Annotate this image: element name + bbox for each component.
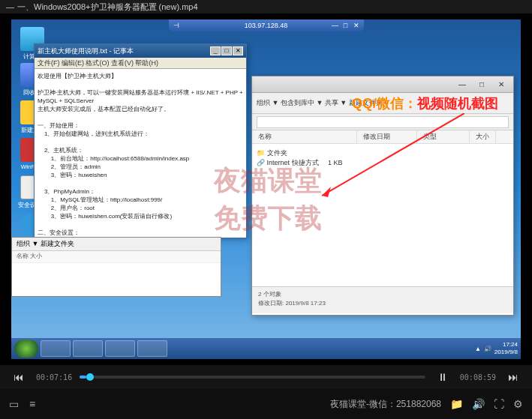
maximize-icon[interactable]: □	[473, 79, 491, 91]
next-button[interactable]: ⏭	[503, 367, 523, 387]
taskbar-item[interactable]	[73, 340, 103, 357]
taskbar-item[interactable]	[41, 340, 71, 357]
small-explorer-columns[interactable]: 名称 大小	[12, 251, 221, 263]
current-time: 00:07:16	[36, 373, 72, 382]
minimize-icon[interactable]: —	[453, 79, 471, 91]
small-explorer-window: 组织 ▼ 新建文件夹 名称 大小	[11, 237, 221, 297]
notepad-window: 新主机大师使用说明.txt - 记事本 _ □ ✕ 文件(F) 编辑(E) 格式…	[34, 43, 247, 238]
taskbar-item[interactable]	[105, 340, 135, 357]
list-item[interactable]: 🔗 Internet 快捷方式 1 KB	[257, 158, 509, 168]
settings-icon[interactable]: ⚙	[513, 398, 523, 410]
explorer-address-bar	[252, 114, 513, 130]
maximize-icon[interactable]: □	[341, 22, 350, 29]
taskbar-clock[interactable]: 17:24 2019/9/8	[494, 341, 518, 356]
annotation-text: QQ/微信：视频随机截图	[352, 94, 498, 112]
player-titlebar: — 一、Windows2008+护卫神服务器配置 (new).mp4	[0, 0, 532, 13]
playlist-icon[interactable]: ≡	[29, 398, 35, 410]
explorer-columns[interactable]: 名称 修改日期 类型 大小	[252, 130, 513, 144]
footer-text: 夜猫课堂-微信：251882068	[330, 398, 441, 411]
close-icon[interactable]: ✕	[492, 79, 510, 91]
rdp-ip: 103.97.128.48	[245, 22, 288, 29]
pause-button[interactable]: ⏸	[433, 367, 452, 387]
open-file-icon[interactable]: 📁	[450, 398, 463, 410]
minimize-icon[interactable]: _	[210, 46, 221, 55]
taskbar-item[interactable]	[137, 340, 167, 357]
rdp-connection-bar[interactable]: ⊣ 103.97.128.48 — □ ✕	[169, 19, 364, 31]
maximize-icon[interactable]: □	[221, 46, 232, 55]
rdp-window-controls: — □ ✕	[331, 22, 361, 29]
minimize-icon[interactable]: —	[331, 22, 340, 29]
explorer-file-list[interactable]: 📁 文件夹 🔗 Internet 快捷方式 1 KB	[252, 144, 513, 286]
close-icon[interactable]: ✕	[233, 46, 243, 55]
small-explorer-toolbar[interactable]: 组织 ▼ 新建文件夹	[12, 238, 221, 251]
total-time: 00:08:59	[460, 373, 496, 382]
explorer-status-bar: 2 个对象 修改日期: 2019/9/8 17:23	[252, 286, 513, 313]
start-button[interactable]	[14, 340, 38, 358]
address-input[interactable]	[257, 116, 509, 128]
video-title: 一、Windows2008+护卫神服务器配置 (new).mp4	[17, 1, 198, 13]
system-tray[interactable]: ▲ 🔊 17:24 2019/9/8	[475, 341, 518, 356]
collapse-icon[interactable]: —	[6, 2, 14, 11]
notepad-title: 新主机大师使用说明.txt - 记事本	[38, 46, 134, 56]
explorer-titlebar[interactable]: — □ ✕	[252, 76, 513, 93]
player-bottom-bar: ▭ ≡ 夜猫课堂-微信：251882068 📁 🔊 ⛶ ⚙	[0, 389, 532, 419]
close-icon[interactable]: ✕	[352, 22, 361, 29]
notepad-content[interactable]: 欢迎使用【护卫神·主机大师】 护卫神·主机大师，可以一键安装网站服务器基本运行环…	[35, 69, 246, 238]
pin-icon[interactable]: ⊣	[173, 22, 181, 29]
volume-icon[interactable]: 🔊	[472, 398, 485, 410]
progress-fill	[80, 376, 86, 379]
progress-bar[interactable]	[80, 376, 425, 379]
window-mode-icon[interactable]: ▭	[9, 398, 19, 410]
video-viewport: ⊣ 103.97.128.48 — □ ✕ 计算机 回收站 新建文... Win…	[0, 13, 532, 365]
windows-taskbar: ▲ 🔊 17:24 2019/9/8	[11, 338, 521, 359]
notepad-titlebar[interactable]: 新主机大师使用说明.txt - 记事本 _ □ ✕	[35, 44, 246, 58]
notepad-menubar[interactable]: 文件(F) 编辑(E) 格式(O) 查看(V) 帮助(H)	[35, 58, 246, 69]
player-controls: ⏮ 00:07:16 ⏸ 00:08:59 ⏭	[0, 365, 532, 389]
prev-button[interactable]: ⏮	[9, 367, 29, 387]
tray-icon[interactable]: ▲	[475, 346, 481, 352]
tray-icon[interactable]: 🔊	[484, 346, 491, 352]
remote-desktop: ⊣ 103.97.128.48 — □ ✕ 计算机 回收站 新建文... Win…	[11, 19, 521, 359]
progress-thumb[interactable]	[86, 373, 94, 381]
list-item[interactable]: 📁 文件夹	[257, 148, 509, 158]
fullscreen-icon[interactable]: ⛶	[494, 398, 504, 410]
